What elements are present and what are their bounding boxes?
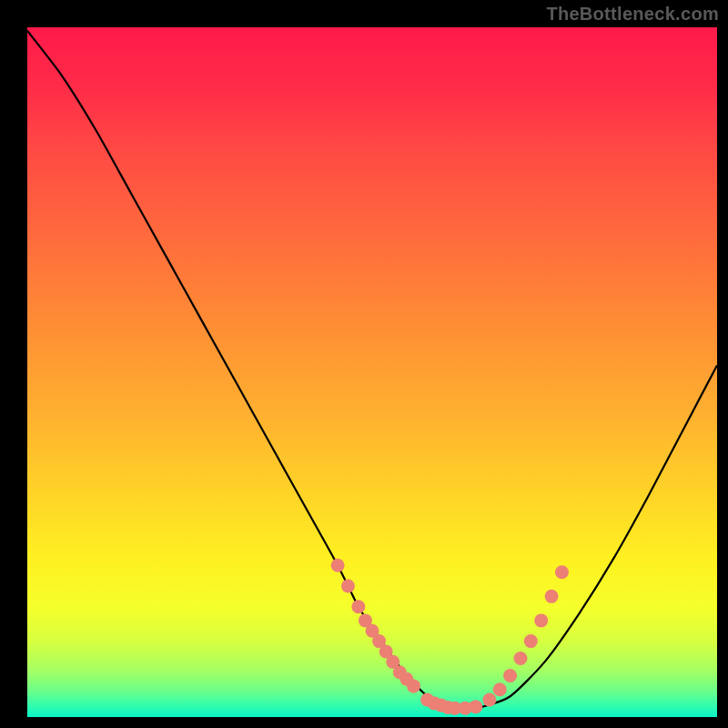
curve-marker-dot	[555, 565, 569, 579]
curve-marker-dot	[513, 652, 527, 665]
curve-marker-dot	[341, 579, 355, 592]
curve-marker-dot	[482, 693, 496, 707]
curve-marker-dot	[524, 634, 538, 648]
plot-background	[27, 27, 717, 717]
curve-marker-dot	[493, 682, 507, 696]
curve-marker-dot	[545, 590, 559, 603]
chart-svg	[0, 0, 728, 728]
curve-marker-dot	[503, 669, 517, 682]
curve-marker-dot	[469, 700, 482, 713]
curve-marker-dot	[407, 679, 420, 693]
curve-marker-dot	[534, 613, 548, 627]
chart-stage: TheBottleneck.com	[0, 0, 728, 728]
curve-marker-dot	[331, 559, 345, 572]
curve-marker-dot	[351, 600, 365, 613]
site-watermark: TheBottleneck.com	[546, 4, 719, 25]
